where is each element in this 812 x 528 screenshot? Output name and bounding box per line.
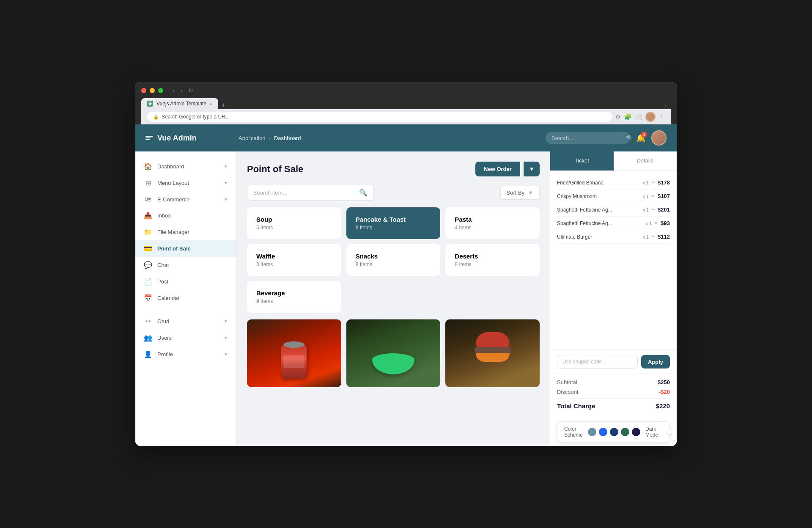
category-name-pasta: Pasta (455, 216, 530, 223)
sidebar: 🏠 Dashboard ▼ ⊞ Menu Layout ▼ 🛍 E-Commer… (135, 151, 237, 446)
color-dot-4[interactable] (632, 428, 640, 436)
discount-label: Discount (557, 389, 579, 395)
tab-ticket[interactable]: Ticket (550, 151, 614, 170)
active-tab[interactable]: Vuejs Admin Template × (141, 98, 218, 109)
edit-item-icon-3[interactable]: ✏ (654, 220, 658, 226)
order-item-qty-4: x 1 (642, 234, 649, 239)
extensions-icon[interactable]: ⚙ (615, 113, 621, 120)
edit-item-icon-0[interactable]: ✏ (651, 180, 655, 185)
order-item-price-1: $107 (658, 193, 670, 199)
logo-line-2 (145, 138, 151, 138)
subtotal-label: Subtotal (557, 379, 577, 385)
sidebar-item-calendar[interactable]: 📅 Calendar (135, 290, 236, 306)
puzzle-icon[interactable]: 🧩 (624, 113, 631, 120)
new-order-button[interactable]: New Order (475, 162, 520, 176)
category-card-waffle[interactable]: Waffle3 Items (247, 244, 341, 276)
notification-badge: 1 (641, 132, 647, 138)
order-item-qty-1: x 1 (642, 194, 649, 199)
apply-button[interactable]: Apply (641, 355, 670, 368)
tab-close-btn[interactable]: × (210, 102, 212, 106)
edit-item-icon-4[interactable]: ✏ (651, 234, 655, 239)
tab-view-icon[interactable]: ⬜ (635, 113, 642, 120)
sidebar-item-profile[interactable]: 👤 Profile ▼ (135, 346, 236, 363)
sidebar-item-users[interactable]: 👥 Users ▼ (135, 330, 236, 346)
tab-title: Vuejs Admin Template (156, 101, 206, 107)
chevron-down-icon: ▼ (224, 352, 228, 357)
header-actions: New Order ▼ (475, 162, 540, 176)
toggle-knob (667, 429, 672, 434)
burger-patty-decoration (475, 347, 510, 353)
sidebar-item-file-manager[interactable]: 📁 File Manager (135, 224, 236, 240)
category-count-deserts: 8 Items (455, 261, 530, 267)
chevron-down-icon: ▼ (224, 181, 228, 185)
category-card-snacks[interactable]: Snacks8 Items (346, 244, 441, 276)
category-name-snacks: Snacks (356, 253, 431, 260)
color-dot-0[interactable] (588, 428, 596, 436)
order-item-price-4: $112 (658, 234, 670, 240)
food-item-cola[interactable] (247, 319, 341, 387)
category-card-deserts[interactable]: Deserts8 Items (445, 244, 540, 276)
edit-icon: ✏ (144, 317, 152, 325)
discount-row: Discount -$20 (557, 389, 670, 395)
breadcrumb-parent: Application (239, 135, 266, 141)
order-item-qty-0: x 1 (642, 180, 649, 185)
notification-button[interactable]: 🔔 1 (636, 133, 645, 143)
category-count-pancake-toast: 8 Items (356, 225, 431, 231)
refresh-button[interactable]: ↻ (187, 86, 195, 95)
item-search-input[interactable] (253, 190, 356, 196)
sort-label: Sort By (507, 190, 525, 196)
color-dot-3[interactable] (621, 428, 629, 436)
maximize-traffic-light[interactable] (158, 88, 163, 93)
order-item-name-1: Crispy Mushroom (557, 193, 641, 199)
category-card-beverage[interactable]: Beverage9 Items (247, 281, 341, 313)
header-search-input[interactable] (551, 135, 623, 141)
sidebar-item-menu-layout[interactable]: ⊞ Menu Layout ▼ (135, 175, 236, 191)
salad-bowl-decoration (372, 353, 414, 374)
browser-profile-avatar[interactable] (645, 112, 656, 122)
food-item-burger[interactable] (445, 319, 540, 387)
tab-details[interactable]: Details (614, 151, 677, 170)
sort-dropdown[interactable]: Sort By ▼ (500, 186, 540, 200)
sidebar-label-users: Users (157, 335, 172, 341)
edit-item-icon-1[interactable]: ✏ (651, 193, 655, 199)
category-card-pasta[interactable]: Pasta4 Items (445, 207, 540, 239)
color-dot-2[interactable] (610, 428, 618, 436)
sidebar-label-menu-layout: Menu Layout (157, 180, 189, 186)
category-card-soup[interactable]: Soup5 Items (247, 207, 341, 239)
sidebar-item-inbox[interactable]: 📥 Inbox (135, 207, 236, 224)
cola-can-decoration (281, 345, 307, 379)
header-search-box[interactable]: 🔍 (546, 132, 630, 144)
dark-mode-label: Dark Mode (645, 426, 658, 438)
color-dots (588, 428, 640, 436)
order-item-2: Spaghetti Fettucine Ag... x 1 ✏ $201 (557, 203, 670, 217)
forward-button[interactable]: › (179, 86, 184, 95)
color-dot-1[interactable] (599, 428, 607, 436)
new-tab-button[interactable]: + (218, 102, 229, 109)
new-order-dropdown[interactable]: ▼ (524, 162, 540, 176)
more-menu-icon[interactable]: ⋮ (659, 113, 665, 120)
category-card-pancake-toast[interactable]: Pancake & Toast8 Items (346, 207, 441, 239)
sidebar-item-dashboard[interactable]: 🏠 Dashboard ▼ (135, 158, 236, 175)
coupon-input[interactable] (557, 355, 638, 368)
sidebar-item-chat[interactable]: 💬 Chat (135, 257, 236, 273)
food-item-salad[interactable] (346, 319, 441, 387)
close-traffic-light[interactable] (141, 88, 146, 93)
app-container: Vue Admin Application › Dashboard 🔍 🔔 1 (135, 124, 677, 446)
subtotal-row: Subtotal $250 (557, 379, 670, 385)
edit-item-icon-2[interactable]: ✏ (651, 207, 655, 212)
category-name-waffle: Waffle (256, 253, 332, 260)
address-input-container[interactable]: 🔒 Search Google or type a URL (147, 112, 612, 122)
sidebar-item-crud[interactable]: ✏ Crud ▼ (135, 313, 236, 330)
main-content: Point of Sale New Order ▼ 🔍 Sort By ▼ (237, 151, 550, 446)
search-icon: 🔍 (359, 189, 368, 197)
sidebar-item-point-of-sale[interactable]: 💳 Point of Sale (135, 240, 236, 257)
chevron-down-icon: ▼ (224, 319, 228, 324)
user-avatar[interactable] (651, 130, 667, 146)
sidebar-label-post: Post (157, 278, 168, 285)
sidebar-item-ecommerce[interactable]: 🛍 E-Commerce ▼ (135, 191, 236, 207)
order-item-name-2: Spaghetti Fettucine Ag... (557, 207, 641, 213)
back-button[interactable]: ‹ (171, 86, 176, 95)
sidebar-item-post[interactable]: 📄 Post (135, 273, 236, 290)
minimize-traffic-light[interactable] (150, 88, 155, 93)
item-search-box[interactable]: 🔍 (247, 185, 374, 201)
